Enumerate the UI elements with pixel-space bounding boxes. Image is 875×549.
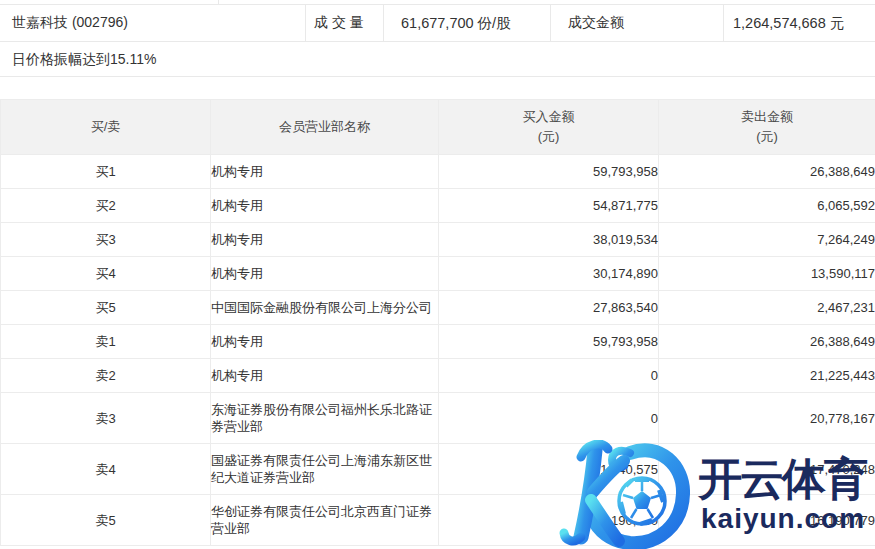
volume-label: 成 交 量 xyxy=(305,5,383,41)
rank-cell: 卖2 xyxy=(1,359,211,393)
branch-cell: 机构专用 xyxy=(211,325,439,359)
table-row: 买1 机构专用 59,793,958 26,388,649 xyxy=(1,155,875,189)
column-header-buy: 买入金额 (元) xyxy=(439,100,659,155)
buy-amount-cell: 190,450 xyxy=(439,495,659,546)
column-header-side: 买/卖 xyxy=(1,100,211,155)
buy-amount-cell: 54,871,775 xyxy=(439,189,659,223)
sell-amount-cell: 2,467,231 xyxy=(659,291,875,325)
buy-amount-cell: 30,174,890 xyxy=(439,257,659,291)
buy-amount-cell: 0 xyxy=(439,359,659,393)
table-row: 卖4 国盛证券有限责任公司上海浦东新区世纪大道证券营业部 1,240,575 1… xyxy=(1,444,875,495)
branch-cell: 机构专用 xyxy=(211,257,439,291)
table-row: 买3 机构专用 38,019,534 7,264,249 xyxy=(1,223,875,257)
buy-amount-cell: 0 xyxy=(439,393,659,444)
branch-cell: 国盛证券有限责任公司上海浦东新区世纪大道证券营业部 xyxy=(211,444,439,495)
sell-header-line1: 卖出金额 xyxy=(660,107,874,127)
turnover-value: 1,264,574,668 元 xyxy=(723,5,875,41)
branch-cell: 机构专用 xyxy=(211,189,439,223)
rank-cell: 买1 xyxy=(1,155,211,189)
buy-amount-cell: 1,240,575 xyxy=(439,444,659,495)
sell-amount-cell: 21,225,443 xyxy=(659,359,875,393)
sell-amount-cell: 20,778,167 xyxy=(659,393,875,444)
rank-cell: 买5 xyxy=(1,291,211,325)
table-row: 卖3 东海证券股份有限公司福州长乐北路证券营业部 0 20,778,167 xyxy=(1,393,875,444)
spacer xyxy=(0,77,875,99)
buy-header-line2: (元) xyxy=(440,127,657,147)
sell-amount-cell: 17,470,248 xyxy=(659,444,875,495)
price-amplitude-notice: 日价格振幅达到15.11% xyxy=(0,42,875,76)
column-header-sell: 卖出金额 (元) xyxy=(659,100,875,155)
table-row: 卖2 机构专用 0 21,225,443 xyxy=(1,359,875,393)
sell-amount-cell: 7,264,249 xyxy=(659,223,875,257)
buy-amount-cell: 38,019,534 xyxy=(439,223,659,257)
table-row: 买4 机构专用 30,174,890 13,590,117 xyxy=(1,257,875,291)
turnover-label: 成交金额 xyxy=(550,5,723,41)
summary-block: 世嘉科技 (002796) 成 交 量 61,677,700 份/股 成交金额 … xyxy=(0,4,875,77)
sell-amount-cell: 26,388,649 xyxy=(659,325,875,359)
buy-header-line1: 买入金额 xyxy=(440,107,657,127)
branch-cell: 机构专用 xyxy=(211,155,439,189)
table-row: 买5 中国国际金融股份有限公司上海分公司 27,863,540 2,467,23… xyxy=(1,291,875,325)
branch-cell: 机构专用 xyxy=(211,359,439,393)
branch-cell: 华创证券有限责任公司北京西直门证券营业部 xyxy=(211,495,439,546)
rank-cell: 买4 xyxy=(1,257,211,291)
table-row: 买2 机构专用 54,871,775 6,065,592 xyxy=(1,189,875,223)
lhb-trading-report-page: { "top": { "stock": "世嘉科技 (002796)", "vo… xyxy=(0,0,875,549)
table-row: 卖1 机构专用 59,793,958 26,388,649 xyxy=(1,325,875,359)
buy-amount-cell: 59,793,958 xyxy=(439,325,659,359)
table-row: 卖5 华创证券有限责任公司北京西直门证券营业部 190,450 16,190,7… xyxy=(1,495,875,546)
stock-name: 世嘉科技 (002796) xyxy=(0,5,305,41)
summary-row: 世嘉科技 (002796) 成 交 量 61,677,700 份/股 成交金额 … xyxy=(0,5,875,42)
sell-amount-cell: 6,065,592 xyxy=(659,189,875,223)
branch-cell: 东海证券股份有限公司福州长乐北路证券营业部 xyxy=(211,393,439,444)
broker-seats-table: 买/卖 会员营业部名称 买入金额 (元) 卖出金额 (元) 买1 机构专用 59… xyxy=(0,99,875,546)
branch-cell: 中国国际金融股份有限公司上海分公司 xyxy=(211,291,439,325)
buy-amount-cell: 59,793,958 xyxy=(439,155,659,189)
column-header-branch: 会员营业部名称 xyxy=(211,100,439,155)
rank-cell: 卖5 xyxy=(1,495,211,546)
rank-cell: 卖4 xyxy=(1,444,211,495)
sell-amount-cell: 16,190,779 xyxy=(659,495,875,546)
branch-cell: 机构专用 xyxy=(211,223,439,257)
sell-amount-cell: 26,388,649 xyxy=(659,155,875,189)
rank-cell: 卖1 xyxy=(1,325,211,359)
cropped-row-divider xyxy=(218,0,219,5)
rank-cell: 买3 xyxy=(1,223,211,257)
volume-value: 61,677,700 份/股 xyxy=(383,5,550,41)
buy-amount-cell: 27,863,540 xyxy=(439,291,659,325)
table-header-row: 买/卖 会员营业部名称 买入金额 (元) 卖出金额 (元) xyxy=(1,100,875,155)
rank-cell: 买2 xyxy=(1,189,211,223)
sell-header-line2: (元) xyxy=(660,127,874,147)
rank-cell: 卖3 xyxy=(1,393,211,444)
sell-amount-cell: 13,590,117 xyxy=(659,257,875,291)
